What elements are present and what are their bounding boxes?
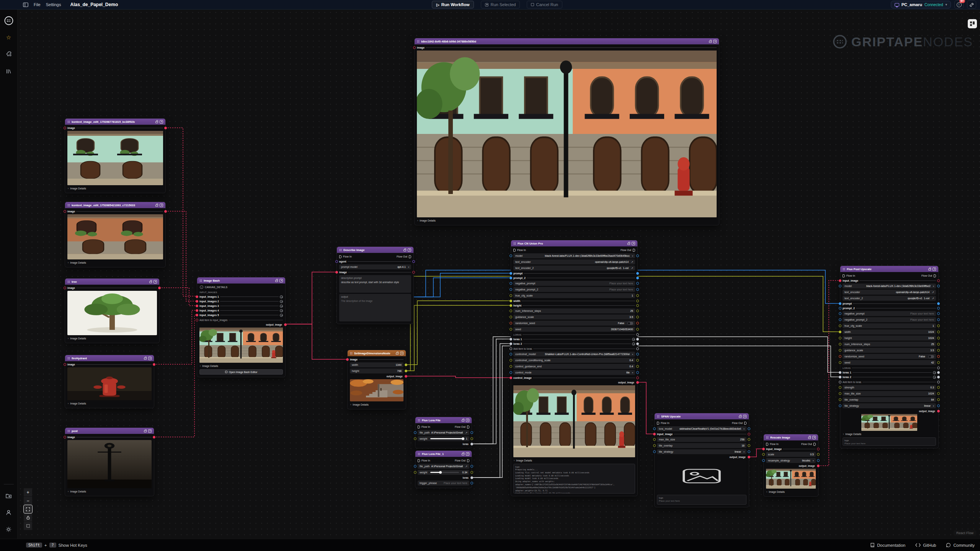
port-image-right[interactable]	[164, 127, 167, 129]
edge-red-4[interactable]	[154, 315, 197, 437]
param-control-mode[interactable]: control_modetile▾	[513, 370, 635, 375]
param-value[interactable]: openai/clip-vit-large-patch14	[896, 291, 929, 293]
logs-output[interactable]: logsPlace your text here	[657, 495, 746, 505]
param-strength[interactable]: strength0.3	[843, 385, 936, 390]
node-kontext-image-edit-2[interactable]: kontext_image_edit_1753985421093_c721503…	[65, 202, 165, 267]
node-button-open-image-bash-editor[interactable]: Open Image Bash Editor	[199, 369, 283, 375]
image-preview[interactable]	[513, 385, 635, 457]
port-model-left[interactable]	[839, 285, 841, 287]
param-guidance-scale[interactable]: guidance_scale3.5	[513, 315, 635, 320]
edge-yellow-9[interactable]	[406, 305, 511, 371]
port-image-left[interactable]	[64, 436, 66, 439]
flow-in-port[interactable]	[418, 459, 420, 462]
param-value[interactable]: 0.34	[462, 471, 467, 474]
flow-in-port[interactable]	[766, 443, 768, 446]
param-value[interactable]: 0.4	[629, 359, 633, 362]
toggle-switch[interactable]	[928, 355, 934, 358]
node-kontext-image-edit-1[interactable]: kontext_image_edit_1753987781815_bc38f92…	[65, 119, 165, 193]
external-link-icon[interactable]: ↗	[932, 291, 934, 294]
flow-in-port[interactable]	[657, 422, 659, 425]
slider-knob[interactable]	[462, 437, 464, 440]
run-selected-button[interactable]: Run Selected	[481, 1, 520, 8]
image-details-toggle[interactable]: ›Image Details	[350, 403, 403, 407]
port-tile-strategy-right[interactable]	[937, 404, 940, 407]
port-max-tile-size-right[interactable]	[748, 438, 750, 441]
param-value[interactable]: Place your text here	[910, 318, 934, 321]
react-flow-attribution[interactable]: React Flow	[954, 530, 976, 536]
param-value[interactable]: Place your text here	[910, 312, 934, 315]
documentation-link[interactable]: Documentation	[870, 543, 905, 548]
notifications-button[interactable]: ! 9+	[954, 0, 964, 9]
remove-item-icon[interactable]	[280, 309, 283, 312]
param-value[interactable]: gpt-4.1	[397, 266, 406, 268]
port-file-path-right[interactable]	[470, 431, 473, 434]
port-width-left[interactable]	[510, 300, 512, 302]
param-value[interactable]: skbhadra/ClearRealityV1 (0x01e27b38eec68…	[679, 427, 741, 430]
param-controlnet-model[interactable]: controlnet_modelShakker-Labs/FLUX.1-dev-…	[513, 352, 635, 357]
edge-red-1[interactable]	[165, 211, 197, 301]
port-image-left[interactable]	[64, 210, 66, 213]
param-value[interactable]: Shakker-Labs/FLUX.1-dev-ControlNet-Union…	[545, 353, 630, 355]
port-tile-strategy-left[interactable]	[839, 404, 841, 407]
param-input-image[interactable]: input_image	[657, 432, 746, 436]
run-node-icon[interactable]	[160, 204, 163, 207]
port-guidance-scale-left[interactable]	[510, 316, 512, 318]
flow-in-port[interactable]	[513, 249, 516, 252]
param-image[interactable]: image	[67, 286, 157, 290]
image-preview[interactable]	[67, 214, 163, 259]
edge-red-7[interactable]	[406, 376, 511, 378]
list-item-input-images-3[interactable]: input_images 3	[199, 304, 283, 308]
unlock-icon[interactable]	[155, 205, 158, 207]
param-input-image[interactable]: input_image	[766, 447, 816, 451]
port-strength-left[interactable]	[839, 386, 841, 389]
node-title-bar[interactable]: tree	[65, 279, 159, 285]
param-value[interactable]: 3.5	[930, 349, 934, 352]
param-num-inference-steps[interactable]: num_inference_steps25	[513, 308, 635, 313]
port-image-right[interactable]	[412, 271, 415, 274]
param-value[interactable]: 25	[931, 343, 934, 346]
machine-selector[interactable]: PC_amaru Connected ▾	[891, 1, 951, 8]
param-value[interactable]: 768	[397, 370, 402, 372]
param-value[interactable]: 3.5	[629, 316, 633, 318]
textarea-description-prompt[interactable]: description promptdescribe as text promp…	[339, 275, 411, 293]
param-model[interactable]: modelblack-forest-labs/FLUX.1-dev (3da62…	[843, 284, 936, 289]
port-weight-left[interactable]	[414, 471, 416, 474]
edge-blue-12[interactable]	[413, 278, 511, 297]
port-trigger-phrase-right[interactable]	[470, 482, 473, 484]
param-width[interactable]: width1024	[843, 329, 936, 334]
port-true-cfg-scale-left[interactable]	[839, 324, 841, 327]
port-input-images-4-left[interactable]	[196, 309, 198, 312]
zoom-in-button[interactable]: +	[24, 488, 32, 496]
port-num-inference-steps-right[interactable]	[937, 343, 940, 346]
edge-red-18[interactable]	[637, 382, 655, 434]
remove-item-icon[interactable]	[933, 371, 936, 374]
port-num-inference-steps-left[interactable]	[839, 343, 841, 346]
port-agent-right[interactable]	[412, 260, 415, 263]
param-value[interactable]: 1	[632, 294, 633, 297]
port-negative-prompt-2-right[interactable]	[937, 318, 940, 321]
port-height-left[interactable]	[839, 337, 841, 339]
port-add-item-to-loras-right[interactable]	[636, 347, 639, 350]
port-add-item-to-loras-left[interactable]	[510, 347, 512, 350]
run-node-icon[interactable]	[148, 357, 152, 360]
param-trigger-phrase[interactable]: trigger_phrasePlace your text here	[418, 481, 469, 486]
param-value[interactable]: Place your text here	[444, 482, 467, 484]
node-set-image-dimensions[interactable]: SetImageDimensionsNodeimagewidth1344heig…	[348, 350, 406, 409]
param-width[interactable]: width	[513, 299, 635, 303]
param-value[interactable]: A:\Personal Projects\Small..	[431, 431, 463, 434]
param-true-cfg-scale[interactable]: true_cfg_scale1	[843, 323, 936, 328]
add-item-button[interactable]: Add item to input_images	[199, 318, 283, 322]
node-title-bar[interactable]: post	[65, 428, 154, 434]
port-lora-model-right[interactable]	[748, 427, 750, 430]
node-title-bar[interactable]: kontext_image_edit_1753985421093_c721503…	[65, 202, 165, 208]
param-tile-strategy[interactable]: tile_strategylinear▾	[843, 403, 936, 408]
list-item-loras-2[interactable]: loras 2	[513, 342, 635, 346]
image-details-toggle[interactable]: ›Image Details	[199, 364, 283, 368]
param-randomize-seed[interactable]: randomize_seedFalse	[513, 321, 635, 326]
list-item-input-images-4[interactable]: input_images 4	[199, 309, 283, 312]
port-controlnet-conditioning-scale-right[interactable]	[636, 359, 639, 362]
unlock-icon[interactable]	[149, 281, 152, 283]
image-preview[interactable]	[67, 131, 163, 185]
community-link[interactable]: Community	[946, 543, 975, 548]
unlock-icon[interactable]	[627, 243, 630, 245]
